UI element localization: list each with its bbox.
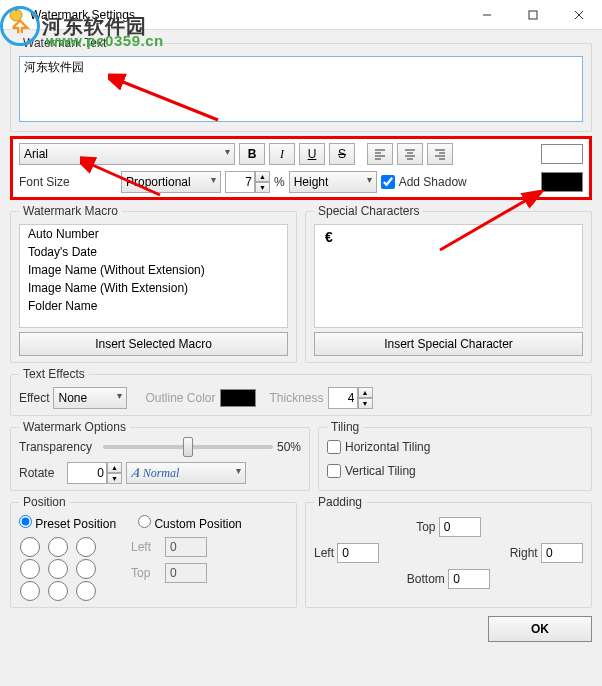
transparency-label: Transparency <box>19 440 99 454</box>
position-grid[interactable] <box>19 537 97 601</box>
rotate-label: Rotate <box>19 466 63 480</box>
font-size-label: Font Size <box>19 175 117 189</box>
tiling-group: Tiling Horizontal Tiling Vertical Tiling <box>318 420 592 491</box>
macro-listbox[interactable]: Auto Number Today's Date Image Name (Wit… <box>19 224 288 328</box>
thickness-value[interactable] <box>328 387 358 409</box>
spin-down[interactable]: ▼ <box>358 398 373 409</box>
bold-button[interactable]: B <box>239 143 265 165</box>
close-button[interactable] <box>556 0 602 30</box>
maximize-button[interactable] <box>510 0 556 30</box>
style-select[interactable]: 𝐴 Normal <box>126 462 246 484</box>
window-title: Watermark Settings <box>30 8 464 22</box>
thickness-spinner[interactable]: ▲▼ <box>328 387 373 409</box>
options-legend: Watermark Options <box>19 420 130 434</box>
rotate-spinner[interactable]: ▲▼ <box>67 462 122 484</box>
shadow-color-swatch[interactable] <box>541 172 583 192</box>
font-family-select[interactable]: Arial <box>19 143 235 165</box>
align-left-button[interactable] <box>367 143 393 165</box>
spin-up[interactable]: ▲ <box>255 171 270 182</box>
macro-legend: Watermark Macro <box>19 204 122 218</box>
underline-button[interactable]: U <box>299 143 325 165</box>
minimize-button[interactable] <box>464 0 510 30</box>
pad-left-label: Left <box>314 546 334 560</box>
watermark-options-group: Watermark Options Transparency 50% Rotat… <box>10 420 310 491</box>
add-shadow-checkbox[interactable] <box>381 175 395 189</box>
font-toolbar: Arial B I U S Font Size Proportional ▲▼ … <box>10 136 592 200</box>
pad-right-label: Right <box>510 546 538 560</box>
outline-color-swatch[interactable] <box>220 389 256 407</box>
app-icon <box>8 7 24 23</box>
pad-bottom-input[interactable] <box>448 569 490 589</box>
spin-down[interactable]: ▼ <box>255 182 270 193</box>
custom-position-radio[interactable]: Custom Position <box>138 515 242 531</box>
pad-right-input[interactable] <box>541 543 583 563</box>
macro-group: Watermark Macro Auto Number Today's Date… <box>10 204 297 363</box>
horizontal-tiling-checkbox[interactable] <box>327 440 341 454</box>
position-legend: Position <box>19 495 70 509</box>
list-item[interactable]: Today's Date <box>20 243 287 261</box>
pad-left-input[interactable] <box>337 543 379 563</box>
insert-special-button[interactable]: Insert Special Character <box>314 332 583 356</box>
strikethrough-button[interactable]: S <box>329 143 355 165</box>
text-effects-group: Text Effects Effect None Outline Color T… <box>10 367 592 416</box>
size-unit: % <box>274 175 285 189</box>
ok-button[interactable]: OK <box>488 616 592 642</box>
vertical-tiling-checkbox[interactable] <box>327 464 341 478</box>
svg-rect-3 <box>529 11 537 19</box>
pos-top-label: Top <box>131 566 161 580</box>
svg-rect-1 <box>15 8 17 11</box>
special-chars-group: Special Characters € Insert Special Char… <box>305 204 592 363</box>
position-group: Position Preset Position Custom Position… <box>10 495 297 608</box>
align-right-button[interactable] <box>427 143 453 165</box>
list-item[interactable]: Image Name (With Extension) <box>20 279 287 297</box>
list-item[interactable]: Image Name (Without Extension) <box>20 261 287 279</box>
special-chars-legend: Special Characters <box>314 204 423 218</box>
font-size-mode-select[interactable]: Proportional <box>121 171 221 193</box>
transparency-slider[interactable] <box>103 445 273 449</box>
tiling-legend: Tiling <box>327 420 363 434</box>
list-item[interactable]: Folder Name <box>20 297 287 315</box>
pos-left-label: Left <box>131 540 161 554</box>
insert-macro-button[interactable]: Insert Selected Macro <box>19 332 288 356</box>
watermark-text-input[interactable]: 河东软件园 <box>19 56 583 122</box>
thickness-label: Thickness <box>270 391 324 405</box>
pad-bottom-label: Bottom <box>407 572 445 586</box>
text-color-swatch[interactable] <box>541 144 583 164</box>
font-size-value[interactable] <box>225 171 255 193</box>
pad-top-input[interactable] <box>439 517 481 537</box>
padding-group: Padding Top Left Right Bottom <box>305 495 592 608</box>
rotate-value[interactable] <box>67 462 107 484</box>
pos-left-input <box>165 537 207 557</box>
watermark-text-group: Watermark Text 河东软件园 <box>10 36 592 132</box>
vertical-tiling-label: Vertical Tiling <box>345 464 416 478</box>
size-relative-select[interactable]: Height <box>289 171 377 193</box>
pad-top-label: Top <box>416 520 435 534</box>
spin-up[interactable]: ▲ <box>107 462 122 473</box>
list-item[interactable]: Auto Number <box>20 225 287 243</box>
horizontal-tiling-label: Horizontal Tiling <box>345 440 430 454</box>
overlay-url: www.pc0359.cn <box>46 32 164 49</box>
effect-label: Effect <box>19 391 49 405</box>
italic-button[interactable]: I <box>269 143 295 165</box>
font-size-spinner[interactable]: ▲▼ <box>225 171 270 193</box>
spin-down[interactable]: ▼ <box>107 473 122 484</box>
preset-position-radio[interactable]: Preset Position <box>19 515 116 531</box>
special-chars-box[interactable]: € <box>314 224 583 328</box>
pos-top-input <box>165 563 207 583</box>
transparency-value: 50% <box>277 440 301 454</box>
add-shadow-label: Add Shadow <box>399 175 467 189</box>
padding-legend: Padding <box>314 495 366 509</box>
outline-color-label: Outline Color <box>145 391 215 405</box>
align-center-button[interactable] <box>397 143 423 165</box>
text-effects-legend: Text Effects <box>19 367 89 381</box>
effect-select[interactable]: None <box>53 387 127 409</box>
titlebar: Watermark Settings <box>0 0 602 30</box>
spin-up[interactable]: ▲ <box>358 387 373 398</box>
